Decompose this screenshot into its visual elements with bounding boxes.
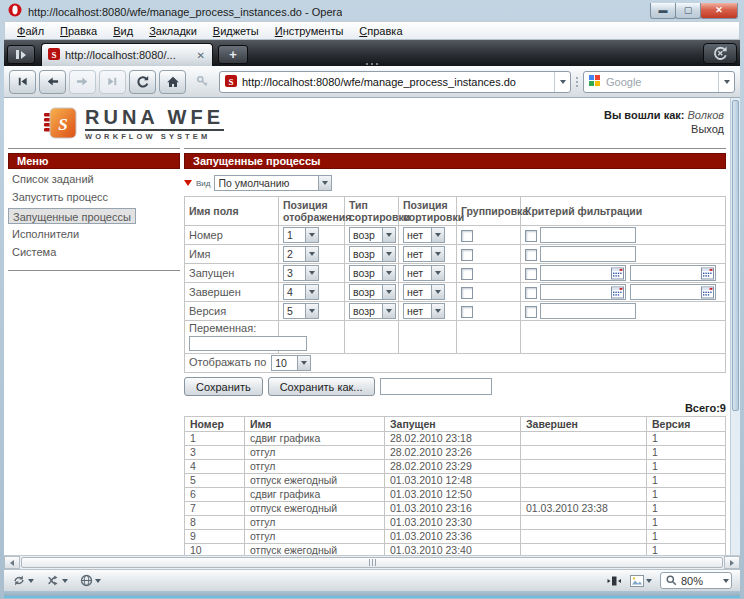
calendar-icon[interactable] bbox=[701, 286, 714, 299]
dropdown-button[interactable] bbox=[382, 266, 395, 280]
filter-checkbox[interactable] bbox=[525, 230, 537, 242]
filter-checkbox[interactable] bbox=[525, 268, 537, 280]
vertical-scrollbar-thumb[interactable] bbox=[732, 100, 739, 411]
address-dropdown-button[interactable] bbox=[554, 72, 570, 92]
zoom-control[interactable]: 80% bbox=[660, 572, 732, 589]
sort-position-select[interactable]: нет bbox=[403, 284, 445, 300]
sort-position-select[interactable]: нет bbox=[403, 227, 445, 243]
dropdown-button[interactable] bbox=[297, 356, 310, 370]
dropdown-button[interactable] bbox=[305, 228, 318, 242]
dropdown-button[interactable] bbox=[305, 304, 318, 318]
date-input[interactable] bbox=[630, 265, 716, 281]
menubar-item[interactable]: Правка bbox=[52, 23, 105, 39]
view-select[interactable]: По умолчанию bbox=[214, 175, 332, 191]
view-select-button[interactable] bbox=[318, 176, 331, 190]
dropdown-button[interactable] bbox=[305, 266, 318, 280]
date-input[interactable] bbox=[540, 265, 626, 281]
display-position-select[interactable]: 3 bbox=[283, 265, 319, 281]
sort-type-select[interactable]: возр bbox=[349, 227, 396, 243]
menubar-item[interactable]: Инструменты bbox=[267, 23, 352, 39]
fit-to-width-button[interactable] bbox=[606, 575, 622, 587]
dropdown-button[interactable] bbox=[382, 285, 395, 299]
sidebar-item[interactable]: Система bbox=[8, 244, 180, 260]
sort-type-select[interactable]: возр bbox=[349, 284, 396, 300]
date-field[interactable] bbox=[541, 267, 611, 279]
menubar-item[interactable]: Закладки bbox=[141, 23, 205, 39]
sort-type-select[interactable]: возр bbox=[349, 303, 396, 319]
opera-turbo-button[interactable] bbox=[80, 574, 101, 587]
logout-link[interactable]: Выход bbox=[604, 122, 724, 136]
close-button[interactable]: ✕ bbox=[700, 3, 738, 19]
menubar-item[interactable]: Вид bbox=[105, 23, 141, 39]
filter-checkbox[interactable] bbox=[525, 306, 537, 318]
save-as-button[interactable]: Сохранить как... bbox=[268, 377, 375, 396]
grouping-checkbox[interactable] bbox=[461, 306, 473, 318]
browser-tab[interactable]: S http://localhost:8080/... ✕ bbox=[41, 43, 213, 66]
panels-toggle-button[interactable] bbox=[7, 45, 35, 64]
search-placeholder[interactable]: Google bbox=[606, 76, 713, 88]
collapse-triangle-icon[interactable] bbox=[184, 180, 192, 186]
sidebar-item[interactable]: Запустить процесс bbox=[8, 189, 180, 205]
page-size-select[interactable]: 10 bbox=[271, 355, 311, 371]
date-field[interactable] bbox=[541, 286, 611, 298]
search-field[interactable]: Google bbox=[583, 71, 735, 93]
back-button[interactable] bbox=[39, 70, 66, 94]
dropdown-button[interactable] bbox=[382, 304, 395, 318]
display-position-select[interactable]: 1 bbox=[283, 227, 319, 243]
dropdown-button[interactable] bbox=[431, 285, 444, 299]
menubar-item[interactable]: Виджеты bbox=[205, 23, 267, 39]
display-position-select[interactable]: 2 bbox=[283, 246, 319, 262]
reload-button[interactable] bbox=[129, 70, 156, 94]
display-position-select[interactable]: 4 bbox=[283, 284, 319, 300]
calendar-icon[interactable] bbox=[701, 267, 714, 280]
address-url[interactable]: http://localhost:8080/wfe/manage_process… bbox=[242, 76, 549, 88]
closed-tabs-button[interactable] bbox=[703, 43, 737, 64]
calendar-icon[interactable] bbox=[611, 267, 624, 280]
dropdown-button[interactable] bbox=[431, 304, 444, 318]
toolbar-drag-handle[interactable] bbox=[366, 63, 378, 65]
date-field[interactable] bbox=[631, 267, 701, 279]
horizontal-scrollbar-thumb[interactable] bbox=[21, 557, 723, 568]
sort-position-select[interactable]: нет bbox=[403, 265, 445, 281]
fast-forward-button[interactable] bbox=[99, 70, 126, 94]
dropdown-button[interactable] bbox=[431, 266, 444, 280]
menubar-item[interactable]: Справка bbox=[351, 23, 410, 39]
filter-input[interactable] bbox=[540, 227, 636, 243]
grouping-checkbox[interactable] bbox=[461, 249, 473, 261]
date-input[interactable] bbox=[630, 284, 716, 300]
dropdown-button[interactable] bbox=[305, 285, 318, 299]
opera-unite-button[interactable] bbox=[46, 574, 68, 587]
scroll-left-button[interactable] bbox=[4, 556, 20, 569]
calendar-icon[interactable] bbox=[611, 286, 624, 299]
address-bar[interactable]: S http://localhost:8080/wfe/manage_proce… bbox=[219, 71, 571, 93]
new-tab-button[interactable]: + bbox=[218, 45, 248, 64]
password-manager-button[interactable] bbox=[189, 70, 216, 94]
tab-close-icon[interactable]: ✕ bbox=[196, 50, 206, 61]
sidebar-item[interactable]: Список заданий bbox=[8, 171, 180, 187]
date-input[interactable] bbox=[540, 284, 626, 300]
variable-input[interactable] bbox=[189, 336, 307, 351]
filter-input[interactable] bbox=[540, 303, 636, 319]
field-resize-handle[interactable] bbox=[574, 77, 580, 87]
dropdown-button[interactable] bbox=[382, 247, 395, 261]
minimize-button[interactable]: ▬ bbox=[650, 3, 676, 19]
scroll-right-button[interactable] bbox=[724, 556, 740, 569]
sidebar-item[interactable]: Запущенные процессы bbox=[8, 208, 136, 224]
grouping-checkbox[interactable] bbox=[461, 287, 473, 299]
filter-input[interactable] bbox=[540, 246, 636, 262]
images-toggle-button[interactable] bbox=[630, 575, 652, 587]
grouping-checkbox[interactable] bbox=[461, 268, 473, 280]
forward-button[interactable] bbox=[69, 70, 96, 94]
sort-type-select[interactable]: возр bbox=[349, 265, 396, 281]
dropdown-button[interactable] bbox=[431, 228, 444, 242]
sort-position-select[interactable]: нет bbox=[403, 303, 445, 319]
sort-position-select[interactable]: нет bbox=[403, 246, 445, 262]
menubar-item[interactable]: Файл bbox=[9, 23, 52, 39]
date-field[interactable] bbox=[631, 286, 701, 298]
rewind-button[interactable] bbox=[9, 70, 36, 94]
horizontal-scrollbar[interactable] bbox=[4, 555, 740, 569]
maximize-button[interactable]: ▢ bbox=[675, 3, 701, 19]
save-button[interactable]: Сохранить bbox=[184, 377, 263, 396]
filter-checkbox[interactable] bbox=[525, 287, 537, 299]
grouping-checkbox[interactable] bbox=[461, 230, 473, 242]
